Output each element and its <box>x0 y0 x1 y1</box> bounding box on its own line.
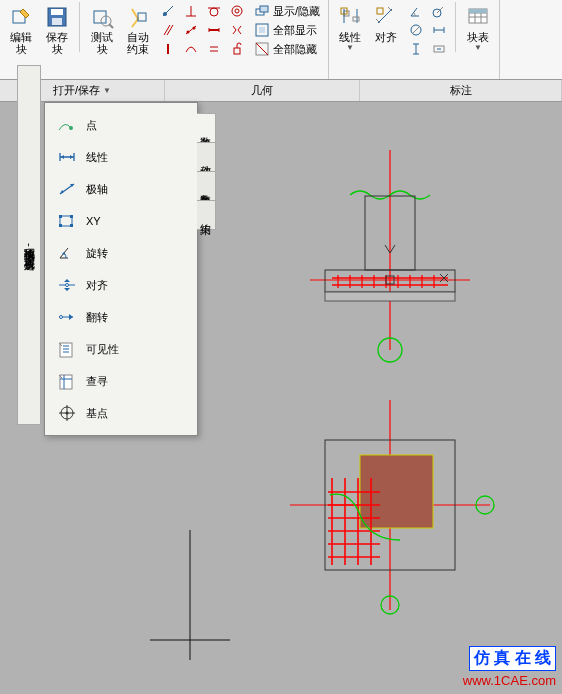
svg-rect-13 <box>234 48 240 54</box>
auto-constrain-icon <box>126 5 150 29</box>
hide-all-icon <box>254 41 270 57</box>
constraint-vertical-icon[interactable] <box>157 40 179 58</box>
svg-rect-22 <box>377 8 383 14</box>
constraint-horizontal-icon[interactable] <box>203 21 225 39</box>
dim-diameter-icon[interactable] <box>405 21 427 39</box>
svg-point-11 <box>187 31 190 34</box>
ribbon: 编辑块 保存块 测试块 自动约束 显示/隐藏 <box>0 0 562 80</box>
svg-rect-65 <box>59 215 62 218</box>
flip-icon <box>56 308 78 326</box>
param-polar[interactable]: 极轴 <box>49 173 193 205</box>
svg-point-9 <box>232 6 242 16</box>
basepoint-icon <box>56 404 78 422</box>
show-hide-group: 显示/隐藏 全部显示 全部隐藏 <box>250 2 324 58</box>
constraint-symmetric-icon[interactable] <box>226 21 248 39</box>
svg-point-69 <box>66 284 69 287</box>
xy-icon <box>56 212 78 230</box>
constraint-parallel-icon[interactable] <box>157 21 179 39</box>
constraint-grid <box>157 2 248 58</box>
auto-constrain-label: 自动约束 <box>127 31 149 55</box>
panel-geometry[interactable]: 几何 <box>165 80 360 101</box>
auto-constrain-button[interactable]: 自动约束 <box>121 2 155 58</box>
svg-rect-67 <box>59 224 62 227</box>
tab-constraints[interactable]: 约束 <box>197 200 216 230</box>
align-param-icon <box>56 276 78 294</box>
watermark-title: 仿 真 在 线 <box>469 646 556 671</box>
show-hide-label: 显示/隐藏 <box>273 4 320 19</box>
edit-block-icon <box>9 5 33 29</box>
palette-side-tabs: 参数 动作 参数集 约束 <box>197 113 216 229</box>
align-icon <box>374 5 398 29</box>
constraint-coincident-icon[interactable] <box>157 2 179 20</box>
param-basepoint[interactable]: 基点 <box>49 397 193 429</box>
tab-paramsets[interactable]: 参数集 <box>197 171 216 201</box>
watermark-url: www.1CAE.com <box>463 673 556 688</box>
constraint-concentric-icon[interactable] <box>226 2 248 20</box>
svg-rect-32 <box>325 292 455 301</box>
svg-rect-3 <box>52 18 62 25</box>
show-all-button[interactable]: 全部显示 <box>250 21 324 39</box>
dim-vertical-icon[interactable] <box>405 40 427 58</box>
param-visibility[interactable]: 可见性 <box>49 333 193 365</box>
svg-rect-27 <box>469 9 487 13</box>
constraint-smooth-icon[interactable] <box>180 40 202 58</box>
save-block-label: 保存块 <box>46 31 68 55</box>
linear-dim-icon <box>338 5 362 29</box>
param-linear[interactable]: 线性 <box>49 141 193 173</box>
tab-parameters[interactable]: 参数 <box>197 113 216 143</box>
show-all-icon <box>254 22 270 38</box>
svg-rect-20 <box>353 17 359 21</box>
tab-actions[interactable]: 动作 <box>197 142 216 172</box>
block-table-button[interactable]: 块表▼ <box>461 2 495 55</box>
lookup-icon <box>56 372 78 390</box>
svg-point-10 <box>235 9 239 13</box>
block-table-label: 块表 <box>467 31 489 43</box>
svg-rect-68 <box>70 224 73 227</box>
param-rotate[interactable]: 旋转 <box>49 237 193 269</box>
show-hide-button[interactable]: 显示/隐藏 <box>250 2 324 20</box>
param-xy[interactable]: XY <box>49 205 193 237</box>
panel-annotate[interactable]: 标注 <box>360 80 562 101</box>
linear-icon <box>56 148 78 166</box>
dim-angular-icon[interactable] <box>405 2 427 20</box>
polar-icon <box>56 180 78 198</box>
separator <box>455 2 456 52</box>
svg-point-12 <box>193 27 196 30</box>
dim-grid <box>405 2 450 58</box>
dim-convert-icon[interactable] <box>428 40 450 58</box>
svg-rect-4 <box>94 11 106 23</box>
constraint-perpendicular-icon[interactable] <box>180 2 202 20</box>
save-block-button[interactable]: 保存块 <box>40 2 74 58</box>
svg-rect-6 <box>138 13 146 21</box>
dim-radius-icon[interactable] <box>428 2 450 20</box>
constraint-fix-icon[interactable] <box>226 40 248 58</box>
rotate-icon <box>56 244 78 262</box>
drawing-bottom <box>280 400 500 620</box>
svg-rect-15 <box>260 6 268 12</box>
svg-rect-17 <box>259 27 265 33</box>
watermark: 仿 真 在 线 www.1CAE.com <box>463 646 556 688</box>
crosshair <box>150 530 230 660</box>
linear-dim-label: 线性 <box>339 31 361 43</box>
svg-point-74 <box>66 412 69 415</box>
dim-horizontal-icon[interactable] <box>428 21 450 39</box>
hide-all-button[interactable]: 全部隐藏 <box>250 40 324 58</box>
constraint-equal-icon[interactable] <box>203 40 225 58</box>
param-point[interactable]: 点 <box>49 109 193 141</box>
svg-rect-2 <box>51 9 63 15</box>
param-align[interactable]: 对齐 <box>49 269 193 301</box>
edit-block-label: 编辑块 <box>10 31 32 55</box>
edit-block-button[interactable]: 编辑块 <box>4 2 38 58</box>
param-lookup[interactable]: 查寻 <box>49 365 193 397</box>
svg-point-64 <box>69 126 73 130</box>
ribbon-group-open-save: 编辑块 保存块 测试块 自动约束 显示/隐藏 <box>0 0 329 79</box>
test-block-label: 测试块 <box>91 31 113 55</box>
constraint-tangent-icon[interactable] <box>203 2 225 20</box>
param-flip[interactable]: 翻转 <box>49 301 193 333</box>
test-block-button[interactable]: 测试块 <box>85 2 119 58</box>
align-button[interactable]: 对齐 <box>369 2 403 46</box>
constraint-collinear-icon[interactable] <box>180 21 202 39</box>
svg-point-70 <box>60 316 63 319</box>
linear-dim-button[interactable]: 线性▼ <box>333 2 367 55</box>
svg-point-8 <box>210 8 218 16</box>
